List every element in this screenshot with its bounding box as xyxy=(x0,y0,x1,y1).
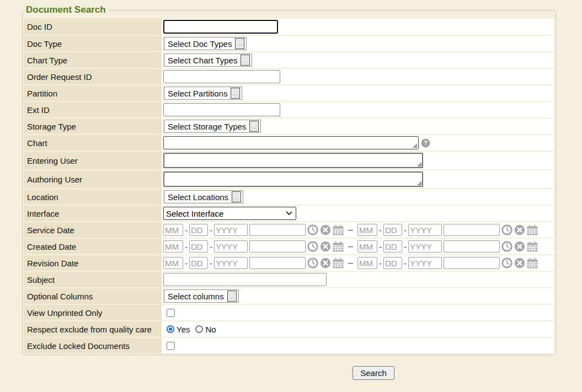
chart-textarea[interactable] xyxy=(163,136,419,149)
date-dash: - xyxy=(185,225,188,235)
chart-type-browse-button[interactable]: ... xyxy=(241,55,250,66)
created-date-from-time-input[interactable] xyxy=(249,240,306,253)
entering-user-label: Entering User xyxy=(24,152,162,169)
calendar-icon[interactable] xyxy=(333,241,344,252)
service-date-to-month-input[interactable] xyxy=(357,224,377,236)
clear-icon[interactable] xyxy=(320,257,331,269)
service-date-to-time-input[interactable] xyxy=(444,224,500,236)
clock-icon[interactable] xyxy=(501,224,512,235)
respect-exclude-no-radio[interactable] xyxy=(195,325,203,333)
location-browse-button[interactable]: ... xyxy=(232,191,241,202)
ext-id-input[interactable] xyxy=(163,103,280,116)
clear-icon[interactable] xyxy=(514,241,525,252)
service-date-from-month-input[interactable] xyxy=(163,224,183,236)
doc-id-label: Doc ID xyxy=(24,19,162,35)
partition-cell: Select Partitions ... xyxy=(162,85,554,101)
doc-id-input[interactable] xyxy=(163,20,278,34)
service-date-to-year-input[interactable] xyxy=(408,224,442,236)
created-date-from-group: - - xyxy=(163,240,344,253)
chart-label: Chart xyxy=(24,135,162,151)
clear-icon[interactable] xyxy=(320,224,331,235)
revision-date-to-time-input[interactable] xyxy=(444,257,500,269)
created-date-from-day-input[interactable] xyxy=(189,240,208,253)
service-date-from-group: - - xyxy=(163,224,344,236)
authoring-user-textarea-wrap xyxy=(163,171,423,187)
revision-date-from-time-input[interactable] xyxy=(249,257,306,269)
clock-icon[interactable] xyxy=(307,224,318,235)
doc-type-browse-button[interactable]: ... xyxy=(235,38,244,49)
calendar-icon[interactable] xyxy=(333,224,344,235)
service-date-cell: - - – - - xyxy=(162,222,554,238)
panel-title: Document Search xyxy=(25,4,109,15)
respect-exclude-yes-radio[interactable] xyxy=(167,325,174,333)
authoring-user-textarea[interactable] xyxy=(163,171,423,187)
entering-user-cell xyxy=(162,152,554,169)
date-range-separator: – xyxy=(348,241,353,251)
clear-icon[interactable] xyxy=(514,257,525,269)
interface-select-wrap: Select Interface xyxy=(163,207,296,220)
clock-icon[interactable] xyxy=(307,241,318,252)
view-unprinted-only-label: View Unprinted Only xyxy=(24,305,162,320)
calendar-icon[interactable] xyxy=(333,257,344,269)
revision-date-from-group: - - xyxy=(163,257,344,269)
respect-exclude-radio-group: Yes No xyxy=(167,325,222,334)
revision-date-to-year-input[interactable] xyxy=(408,257,442,269)
row-doc-id: Doc ID xyxy=(24,19,554,35)
service-date-from-time-input[interactable] xyxy=(249,224,306,236)
row-chart: Chart xyxy=(24,135,554,151)
created-date-to-month-input[interactable] xyxy=(357,240,377,253)
partition-picker: Select Partitions ... xyxy=(163,87,242,100)
row-chart-type: Chart Type Select Chart Types ... xyxy=(24,52,554,68)
clock-icon[interactable] xyxy=(501,257,512,269)
row-location: Location Select Locations ... xyxy=(24,189,554,205)
authoring-user-label: Authoring User xyxy=(24,170,162,188)
revision-date-from-day-input[interactable] xyxy=(189,257,208,269)
row-interface: Interface Select Interface xyxy=(24,206,554,221)
entering-user-textarea[interactable] xyxy=(163,153,423,168)
clear-icon[interactable] xyxy=(320,241,331,252)
revision-date-from-year-input[interactable] xyxy=(214,257,248,269)
service-date-to-day-input[interactable] xyxy=(383,224,402,236)
help-icon[interactable] xyxy=(421,138,430,148)
entering-user-textarea-wrap xyxy=(163,153,423,168)
date-dash: - xyxy=(379,242,382,251)
clock-icon[interactable] xyxy=(307,257,318,269)
row-doc-type: Doc Type Select Doc Types ... xyxy=(24,36,554,51)
calendar-icon[interactable] xyxy=(527,224,538,235)
location-cell: Select Locations ... xyxy=(162,189,554,205)
clear-icon[interactable] xyxy=(514,224,525,235)
date-dash: - xyxy=(404,259,407,268)
revision-date-to-day-input[interactable] xyxy=(383,257,402,269)
chart-textarea-wrap xyxy=(163,136,419,149)
calendar-icon[interactable] xyxy=(527,257,538,269)
row-revision-date: Revision Date - - – - xyxy=(24,255,554,271)
created-date-to-year-input[interactable] xyxy=(408,240,442,253)
interface-cell: Select Interface xyxy=(162,206,554,221)
calendar-icon[interactable] xyxy=(527,241,538,252)
order-request-id-input[interactable] xyxy=(163,70,280,83)
date-dash: - xyxy=(210,242,212,251)
optional-columns-browse-button[interactable]: ... xyxy=(227,291,237,302)
subject-input[interactable] xyxy=(163,273,327,286)
chart-cell xyxy=(162,135,554,151)
doc-type-cell: Select Doc Types ... xyxy=(162,36,554,51)
clock-icon[interactable] xyxy=(501,241,512,252)
created-date-to-time-input[interactable] xyxy=(444,240,500,253)
view-unprinted-only-checkbox[interactable] xyxy=(167,309,175,317)
created-date-to-day-input[interactable] xyxy=(383,240,402,253)
partition-browse-button[interactable]: ... xyxy=(231,88,240,99)
search-button[interactable]: Search xyxy=(353,366,394,380)
interface-select[interactable]: Select Interface xyxy=(163,207,296,220)
storage-type-browse-button[interactable]: ... xyxy=(249,121,259,132)
subject-cell xyxy=(162,272,554,287)
created-date-cell: - - – - - xyxy=(162,239,554,254)
created-date-from-year-input[interactable] xyxy=(214,240,248,253)
revision-date-to-month-input[interactable] xyxy=(357,257,377,269)
exclude-locked-checkbox[interactable] xyxy=(167,342,175,350)
created-date-from-month-input[interactable] xyxy=(163,240,183,253)
service-date-from-day-input[interactable] xyxy=(189,224,208,236)
date-range-separator: – xyxy=(348,225,353,235)
optional-columns-picker: Select columns ... xyxy=(163,289,239,303)
revision-date-from-month-input[interactable] xyxy=(163,257,183,269)
service-date-from-year-input[interactable] xyxy=(214,224,248,236)
